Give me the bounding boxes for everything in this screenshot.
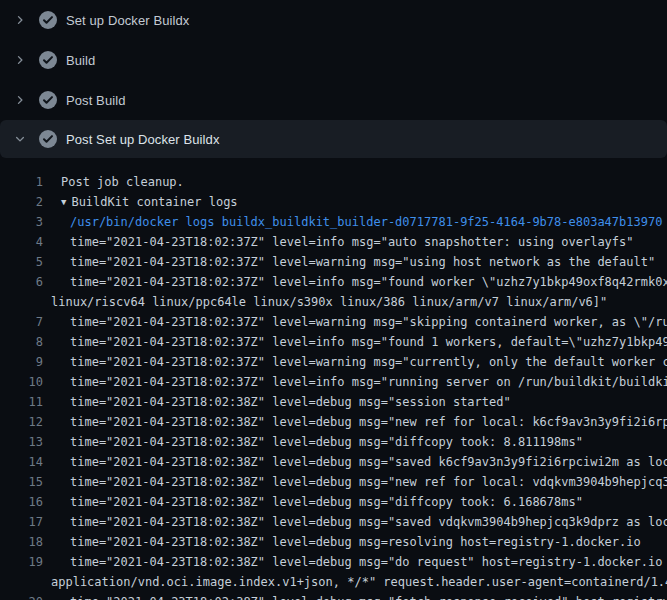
line-number[interactable]: 14 xyxy=(0,452,43,472)
log-text: time="2021-04-23T18:02:38Z" level=debug … xyxy=(43,492,583,512)
log-viewer[interactable]: 1Post job cleanup.2▼BuildKit container l… xyxy=(0,172,667,600)
log-row: 18time="2021-04-23T18:02:38Z" level=debu… xyxy=(0,532,667,552)
log-text: time="2021-04-23T18:02:38Z" level=debug … xyxy=(43,532,641,552)
log-row: linux/riscv64 linux/ppc64le linux/s390x … xyxy=(0,292,667,312)
log-text: ▼BuildKit container logs xyxy=(43,192,238,212)
line-number[interactable]: 3 xyxy=(0,212,43,232)
step-header-build[interactable]: Build xyxy=(0,40,667,80)
log-row: 1Post job cleanup. xyxy=(0,172,667,192)
check-circle-icon xyxy=(38,90,58,110)
log-text: time="2021-04-23T18:02:37Z" level=warnin… xyxy=(43,252,655,272)
line-number[interactable]: 5 xyxy=(0,252,43,272)
log-text: time="2021-04-23T18:02:37Z" level=warnin… xyxy=(43,352,667,372)
log-text: time="2021-04-23T18:02:38Z" level=debug … xyxy=(43,412,667,432)
log-text: time="2021-04-23T18:02:38Z" level=debug … xyxy=(43,392,511,412)
step-label: Build xyxy=(66,53,95,68)
log-row: 11time="2021-04-23T18:02:38Z" level=debu… xyxy=(0,392,667,412)
log-row: 14time="2021-04-23T18:02:38Z" level=debu… xyxy=(0,452,667,472)
log-text: linux/riscv64 linux/ppc64le linux/s390x … xyxy=(43,292,607,312)
line-number[interactable]: 11 xyxy=(0,392,43,412)
log-text: time="2021-04-23T18:02:38Z" level=debug … xyxy=(43,472,667,492)
log-row: 10time="2021-04-23T18:02:37Z" level=info… xyxy=(0,372,667,392)
log-command-text: /usr/bin/docker logs buildx_buildkit_bui… xyxy=(43,212,662,232)
line-number[interactable]: 7 xyxy=(0,312,43,332)
log-row: 4time="2021-04-23T18:02:37Z" level=info … xyxy=(0,232,667,252)
group-disclosure-icon[interactable]: ▼ xyxy=(61,192,66,212)
log-text: Post job cleanup. xyxy=(43,172,184,192)
log-row: 15time="2021-04-23T18:02:38Z" level=debu… xyxy=(0,472,667,492)
log-text: time="2021-04-23T18:02:37Z" level=warnin… xyxy=(43,312,667,332)
log-row: 16time="2021-04-23T18:02:38Z" level=debu… xyxy=(0,492,667,512)
step-header-post-set-up-docker-buildx[interactable]: Post Set up Docker Buildx xyxy=(0,120,667,158)
log-text: application/vnd.oci.image.index.v1+json,… xyxy=(43,572,667,592)
log-row: 2▼BuildKit container logs xyxy=(0,192,667,212)
check-circle-icon xyxy=(38,50,58,70)
log-row: 7time="2021-04-23T18:02:37Z" level=warni… xyxy=(0,312,667,332)
line-number[interactable]: 1 xyxy=(0,172,43,192)
log-row: 6time="2021-04-23T18:02:37Z" level=info … xyxy=(0,272,667,292)
line-number[interactable]: 18 xyxy=(0,532,43,552)
line-number[interactable]: 13 xyxy=(0,432,43,452)
step-header-post-build[interactable]: Post Build xyxy=(0,80,667,120)
line-number[interactable]: 8 xyxy=(0,332,43,352)
log-text: time="2021-04-23T18:02:37Z" level=info m… xyxy=(43,372,667,392)
log-row: 5time="2021-04-23T18:02:37Z" level=warni… xyxy=(0,252,667,272)
log-text: time="2021-04-23T18:02:38Z" level=debug … xyxy=(43,432,583,452)
line-number[interactable]: 10 xyxy=(0,372,43,392)
log-row: application/vnd.oci.image.index.v1+json,… xyxy=(0,572,667,592)
line-number[interactable]: 15 xyxy=(0,472,43,492)
log-text: time="2021-04-23T18:02:37Z" level=info m… xyxy=(43,272,667,292)
log-text: time="2021-04-23T18:02:38Z" level=debug … xyxy=(43,512,667,532)
log-text: time="2021-04-23T18:02:38Z" level=debug … xyxy=(43,592,667,600)
line-number[interactable]: 16 xyxy=(0,492,43,512)
log-text: time="2021-04-23T18:02:38Z" level=debug … xyxy=(43,552,667,572)
step-header-set-up-docker-buildx[interactable]: Set up Docker Buildx xyxy=(0,0,667,40)
line-number xyxy=(0,572,43,592)
log-row: 19time="2021-04-23T18:02:38Z" level=debu… xyxy=(0,552,667,572)
log-row: 17time="2021-04-23T18:02:38Z" level=debu… xyxy=(0,512,667,532)
step-label: Post Set up Docker Buildx xyxy=(66,132,220,147)
check-circle-icon xyxy=(38,129,58,149)
chevron-right-icon xyxy=(12,92,28,108)
line-number[interactable]: 19 xyxy=(0,552,43,572)
line-number[interactable]: 9 xyxy=(0,352,43,372)
line-number[interactable]: 17 xyxy=(0,512,43,532)
log-text: time="2021-04-23T18:02:37Z" level=info m… xyxy=(43,232,634,252)
log-row: 8time="2021-04-23T18:02:37Z" level=info … xyxy=(0,332,667,352)
steps-list: Set up Docker Buildx Build Post Build Po… xyxy=(0,0,667,158)
log-row: 13time="2021-04-23T18:02:38Z" level=debu… xyxy=(0,432,667,452)
log-row: 9time="2021-04-23T18:02:37Z" level=warni… xyxy=(0,352,667,372)
chevron-right-icon xyxy=(12,12,28,28)
line-number[interactable]: 12 xyxy=(0,412,43,432)
log-text: time="2021-04-23T18:02:37Z" level=info m… xyxy=(43,332,667,352)
chevron-down-icon xyxy=(12,131,28,147)
check-circle-icon xyxy=(38,10,58,30)
log-text: time="2021-04-23T18:02:38Z" level=debug … xyxy=(43,452,667,472)
line-number[interactable]: 4 xyxy=(0,232,43,252)
log-row: 12time="2021-04-23T18:02:38Z" level=debu… xyxy=(0,412,667,432)
chevron-right-icon xyxy=(12,52,28,68)
log-row: 3/usr/bin/docker logs buildx_buildkit_bu… xyxy=(0,212,667,232)
line-number[interactable]: 6 xyxy=(0,272,43,292)
step-label: Set up Docker Buildx xyxy=(66,13,189,28)
step-label: Post Build xyxy=(66,93,126,108)
line-number xyxy=(0,292,43,312)
line-number[interactable]: 20 xyxy=(0,592,43,600)
log-row: 20time="2021-04-23T18:02:38Z" level=debu… xyxy=(0,592,667,600)
line-number[interactable]: 2 xyxy=(0,192,43,212)
